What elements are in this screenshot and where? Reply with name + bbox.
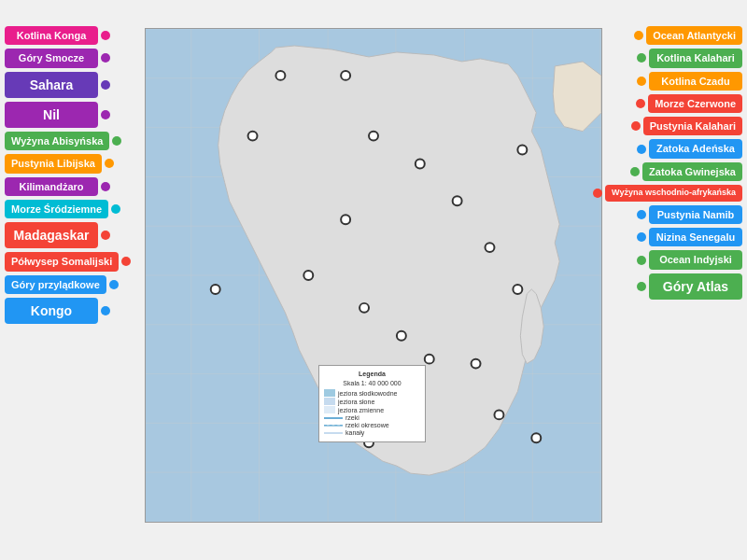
label-ocean-indyjski[interactable]: Ocean Indyjski (593, 250, 742, 269)
label-wyzyna-wschodnio[interactable]: Wyżyna wschodnio-afrykańska (593, 185, 742, 202)
label-kilimandzaro[interactable]: Kilimandżaro (5, 177, 131, 196)
svg-point-25 (303, 271, 313, 280)
svg-point-17 (275, 71, 285, 80)
svg-point-35 (531, 433, 541, 442)
svg-point-18 (341, 71, 350, 80)
label-gory-przyladkowe[interactable]: Góry przylądkowe (5, 275, 131, 294)
svg-point-37 (517, 146, 527, 155)
label-kotlina-konga[interactable]: Kotlina Konga (5, 26, 131, 45)
label-pustynia-namib[interactable]: Pustynia Namib (593, 205, 742, 224)
legend-title: Legenda (324, 371, 420, 377)
map-legend: Legenda Skala 1: 40 000 000 jeziora słod… (318, 365, 426, 442)
label-kotlina-czadu[interactable]: Kotlina Czadu (593, 72, 742, 91)
label-polwysep-somalijski[interactable]: Półwysep Somalijski (5, 252, 131, 271)
label-pustynia-kalahari[interactable]: Pustynia Kalahari (593, 117, 742, 135)
map-area: Legenda Skala 1: 40 000 000 jeziora słod… (145, 28, 602, 523)
svg-point-24 (486, 243, 495, 252)
svg-point-29 (425, 355, 434, 364)
label-gory-smocze[interactable]: Góry Smocze (5, 49, 131, 67)
svg-point-23 (341, 215, 350, 224)
label-kongo[interactable]: Kongo (5, 298, 131, 324)
main-container: Legenda Skala 1: 40 000 000 jeziora słod… (0, 0, 747, 560)
svg-point-30 (472, 359, 481, 369)
label-ocean-atlantycki[interactable]: Ocean Atlantycki (593, 26, 742, 45)
label-pustynia-libijska[interactable]: Pustynia Libijska (5, 154, 131, 173)
svg-point-26 (513, 285, 522, 294)
label-morze-czerwone[interactable]: Morze Czerwone (593, 94, 742, 113)
label-zatoka-gwinejska[interactable]: Zatoka Gwinejska (593, 162, 742, 181)
svg-point-21 (416, 160, 425, 169)
label-wyzyna-abisyska[interactable]: Wyżyna Abisyńska (5, 132, 131, 150)
label-nil[interactable]: Nil (5, 102, 131, 128)
label-gory-atlas[interactable]: Góry Atlas (593, 273, 742, 300)
right-labels-column: Ocean Atlantycki Kotlina Kalahari Kotlin… (593, 26, 742, 300)
svg-point-19 (248, 132, 258, 141)
label-madagaskar[interactable]: Madagaskar (5, 222, 131, 248)
svg-point-36 (211, 285, 220, 294)
label-kotlina-kalahari[interactable]: Kotlina Kalahari (593, 49, 742, 67)
svg-point-20 (369, 132, 378, 141)
label-nizina-senegalu[interactable]: Nizina Senegalu (593, 228, 742, 246)
label-sahara[interactable]: Sahara (5, 72, 131, 98)
svg-point-27 (359, 303, 369, 313)
label-zatoka-adenská[interactable]: Zatoka Adeńska (593, 139, 742, 158)
left-labels-column: Kotlina Konga Góry Smocze Sahara Nil Wyż… (5, 26, 131, 324)
svg-point-22 (453, 196, 462, 205)
legend-scale: Skala 1: 40 000 000 (324, 380, 420, 386)
svg-point-28 (397, 331, 406, 341)
svg-point-33 (494, 410, 503, 419)
label-morze-srodziemne[interactable]: Morze Śródziemne (5, 200, 131, 218)
